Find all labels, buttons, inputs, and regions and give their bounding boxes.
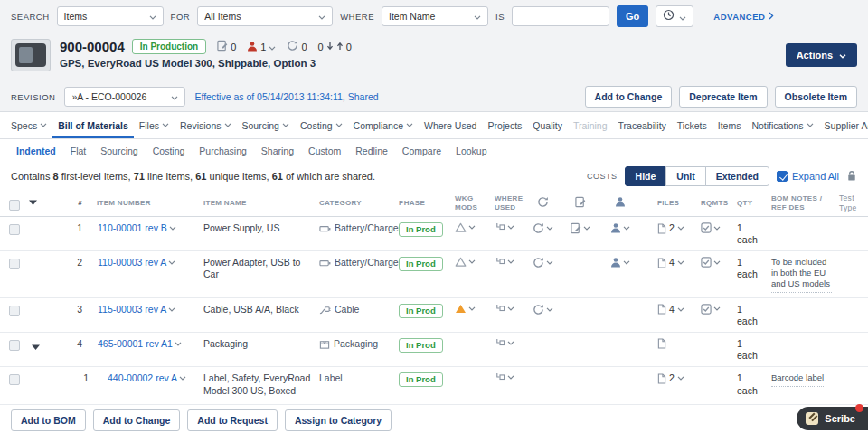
search-for-select[interactable]: All Items xyxy=(197,6,333,26)
assign-to-category-button[interactable]: Assign to Category xyxy=(285,409,392,431)
tab-projects[interactable]: Projects xyxy=(482,112,527,138)
scribe-widget[interactable]: Scribe xyxy=(797,407,868,430)
add-to-change-button[interactable]: Add to Change xyxy=(585,86,673,108)
bom-notes[interactable]: Barcode label xyxy=(768,367,835,391)
expand-all-checkbox[interactable]: Expand All xyxy=(777,171,839,182)
subtab-redline[interactable]: Redline xyxy=(348,146,395,156)
sync-icon[interactable] xyxy=(533,304,553,315)
subtab-sharing[interactable]: Sharing xyxy=(254,146,301,156)
search-history-button[interactable] xyxy=(656,5,693,27)
tab-training[interactable]: Training xyxy=(568,112,613,138)
table-row: 2 110-00003 rev A Power Adapter, USB to … xyxy=(0,251,868,298)
sync-count[interactable]: 0 xyxy=(287,40,307,53)
tab-revisions[interactable]: Revisions xyxy=(175,112,237,138)
tab-sourcing[interactable]: Sourcing xyxy=(237,112,295,138)
tab-quality[interactable]: Quality xyxy=(527,112,568,138)
where-used-icon[interactable] xyxy=(495,257,514,267)
add-to-change-button[interactable]: Add to Change xyxy=(93,409,181,431)
deprecate-item-button[interactable]: Deprecate Item xyxy=(679,86,767,108)
changes-count[interactable]: 0 xyxy=(217,40,236,53)
bom-notes[interactable]: To be included in both the EU and US mod… xyxy=(768,251,835,297)
revision-select[interactable]: »A - ECO-000026 xyxy=(64,87,185,107)
subtab-sourcing[interactable]: Sourcing xyxy=(93,146,145,156)
item-number-link[interactable]: 110-00001 rev B xyxy=(98,222,176,234)
where-used-icon[interactable] xyxy=(495,338,514,348)
row-checkbox[interactable] xyxy=(9,340,20,351)
subtab-lookup[interactable]: Lookup xyxy=(448,146,494,156)
tab-where-used[interactable]: Where Used xyxy=(419,112,482,138)
working-mods-warning-icon[interactable] xyxy=(455,222,476,232)
changes-icon[interactable] xyxy=(571,222,590,234)
actions-button[interactable]: Actions xyxy=(786,43,857,67)
quality-icon[interactable] xyxy=(610,257,630,268)
search-where-select[interactable]: Item Name xyxy=(382,6,488,26)
costs-extended-button[interactable]: Extended xyxy=(705,166,769,186)
go-button[interactable]: Go xyxy=(617,5,648,27)
table-row: 1 440-00002 rev A Label, Safety, EveryRo… xyxy=(0,367,868,405)
tab-specs[interactable]: Specs xyxy=(5,112,52,138)
tab-notifications[interactable]: Notifications xyxy=(746,112,818,138)
files-link[interactable] xyxy=(657,338,666,349)
test-type xyxy=(835,251,868,261)
item-number-link[interactable]: 110-00003 rev A xyxy=(98,257,175,268)
subtab-custom[interactable]: Custom xyxy=(301,146,348,156)
search-scope-select[interactable]: Items xyxy=(57,6,164,26)
working-mods-warning-icon[interactable] xyxy=(455,304,476,314)
bom-rows: 1 110-00001 rev B Power Supply, US Batte… xyxy=(0,217,868,408)
requirements-icon[interactable] xyxy=(701,257,721,268)
tab-items[interactable]: Items xyxy=(712,112,747,138)
bulk-actions-caret-icon[interactable] xyxy=(29,199,37,207)
subtab-costing[interactable]: Costing xyxy=(146,146,193,156)
tab-supplier-access[interactable]: Supplier Access xyxy=(819,112,868,138)
add-to-request-button[interactable]: Add to Request xyxy=(187,409,278,431)
row-checkbox[interactable] xyxy=(9,306,20,316)
tab-bar: SpecsBill of MaterialsFilesRevisionsSour… xyxy=(0,112,868,139)
row-checkbox[interactable] xyxy=(9,224,20,235)
tab-tickets[interactable]: Tickets xyxy=(672,112,712,138)
files-link[interactable]: 4 xyxy=(657,304,684,315)
item-thumbnail[interactable] xyxy=(11,39,51,71)
bom-notes[interactable] xyxy=(768,298,835,308)
tab-compliance[interactable]: Compliance xyxy=(348,112,419,138)
quality-icon[interactable] xyxy=(610,222,630,233)
subtab-indented[interactable]: Indented xyxy=(9,146,63,156)
quality-count[interactable]: 1 xyxy=(247,41,276,53)
files-link[interactable]: 2 xyxy=(657,372,684,384)
tab-costing[interactable]: Costing xyxy=(295,112,348,138)
item-name: Power Adapter, USB to Car xyxy=(200,251,316,285)
costs-hide-button[interactable]: Hide xyxy=(625,166,667,186)
chevron-down-icon xyxy=(149,11,156,22)
sync-icon[interactable] xyxy=(533,257,553,268)
subtab-compare[interactable]: Compare xyxy=(395,146,448,156)
subtab-purchasing[interactable]: Purchasing xyxy=(192,146,254,156)
where-used-icon[interactable] xyxy=(495,222,514,232)
files-link[interactable]: 4 xyxy=(657,257,684,268)
bom-notes[interactable] xyxy=(768,333,835,343)
working-mods-warning-icon[interactable] xyxy=(455,257,476,267)
sync-icon[interactable] xyxy=(533,222,553,234)
where-used-counts[interactable]: 0 0 xyxy=(318,42,352,52)
search-value-input[interactable] xyxy=(512,6,609,26)
tab-label: Sourcing xyxy=(242,120,279,131)
item-number-link[interactable]: 465-00001 rev A1 xyxy=(98,338,182,350)
where-used-icon[interactable] xyxy=(495,304,514,314)
where-used-icon[interactable] xyxy=(495,372,514,382)
select-all-checkbox[interactable] xyxy=(9,200,20,211)
row-checkbox[interactable] xyxy=(9,374,20,385)
item-number-link[interactable]: 115-00003 rev A xyxy=(98,304,175,315)
add-to-bom-button[interactable]: Add to BOM xyxy=(11,409,86,431)
requirements-icon[interactable] xyxy=(701,222,721,233)
tab-traceability[interactable]: Traceability xyxy=(613,112,672,138)
tab-bill-of-materials[interactable]: Bill of Materials xyxy=(52,112,134,138)
collapse-row-caret[interactable] xyxy=(32,341,40,352)
obsolete-item-button[interactable]: Obsolete Item xyxy=(775,86,857,108)
subtab-flat[interactable]: Flat xyxy=(63,146,94,156)
tab-files[interactable]: Files xyxy=(134,112,175,138)
files-link[interactable]: 2 xyxy=(657,222,684,234)
row-checkbox[interactable] xyxy=(9,259,20,269)
costs-unit-button[interactable]: Unit xyxy=(665,166,705,186)
advanced-search-link[interactable]: ADVANCED xyxy=(713,12,774,22)
bom-notes[interactable] xyxy=(768,217,835,227)
item-number-link[interactable]: 440-00002 rev A xyxy=(108,372,186,384)
requirements-icon[interactable] xyxy=(701,304,721,315)
